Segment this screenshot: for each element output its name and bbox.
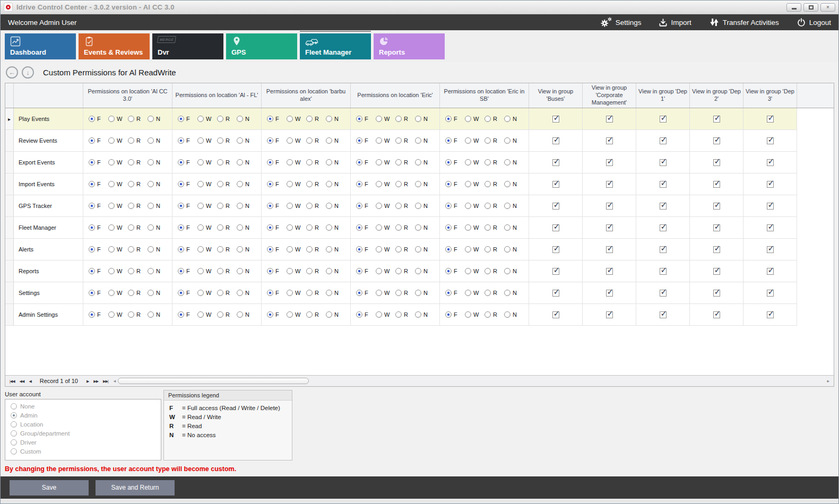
radio-f-icon[interactable] [178,116,184,122]
radio-f-icon[interactable] [89,137,95,144]
radio-option-r[interactable]: R [395,311,415,318]
radio-f-icon[interactable] [267,246,273,253]
radio-option-w[interactable]: W [287,181,306,187]
radio-option-f[interactable]: F [89,224,108,231]
group-checkbox[interactable]: ✓ [606,159,613,166]
radio-option-f[interactable]: F [89,268,108,274]
radio-option-r[interactable]: R [485,246,504,253]
group-checkbox[interactable]: ✓ [660,268,667,275]
group-checkbox[interactable]: ✓ [552,224,559,231]
radio-option-f[interactable]: F [356,246,376,253]
radio-option-r[interactable]: R [395,137,415,144]
radio-option-w[interactable]: W [108,203,128,209]
radio-option-w[interactable]: W [197,290,217,296]
radio-option-f[interactable]: F [445,311,465,318]
radio-option-n[interactable]: N [504,116,524,122]
group-checkbox[interactable]: ✓ [660,181,667,188]
radio-option-n[interactable]: N [237,268,256,274]
radio-w-icon[interactable] [197,311,204,318]
radio-n-icon[interactable] [415,137,421,144]
radio-r-icon[interactable] [217,137,223,144]
group-checkbox[interactable]: ✓ [552,246,559,253]
radio-option-n[interactable]: N [415,116,435,122]
minimize-button[interactable] [786,3,801,12]
radio-option-r[interactable]: R [485,116,504,122]
radio-n-icon[interactable] [504,116,511,122]
radio-w-icon[interactable] [197,246,204,253]
radio-option-w[interactable]: W [465,268,485,274]
radio-n-icon[interactable] [415,181,421,187]
radio-option-f[interactable]: F [356,290,376,296]
radio-option-n[interactable]: N [148,159,167,166]
tab-dashboard[interactable]: Dashboard [5,33,76,59]
group-checkbox[interactable]: ✓ [713,116,720,123]
radio-option-w[interactable]: W [465,224,485,231]
radio-f-icon[interactable] [356,159,362,166]
radio-w-icon[interactable] [108,159,115,166]
radio-option-n[interactable]: N [415,203,435,209]
group-checkbox[interactable]: ✓ [552,290,559,297]
group-checkbox[interactable]: ✓ [606,203,613,210]
radio-option-f[interactable]: F [356,203,376,209]
group-checkbox[interactable]: ✓ [713,224,720,231]
radio-option-r[interactable]: R [485,137,504,144]
radio-option-n[interactable]: N [237,224,256,231]
radio-n-icon[interactable] [504,203,511,209]
radio-w-icon[interactable] [465,116,471,122]
radio-option-r[interactable]: R [217,268,237,274]
radio-option-w[interactable]: W [376,268,395,274]
group-checkbox[interactable]: ✓ [660,116,667,123]
radio-w-icon[interactable] [287,268,293,274]
radio-option-w[interactable]: W [376,181,395,187]
radio-r-icon[interactable] [217,311,223,318]
radio-n-icon[interactable] [148,116,154,122]
radio-option-n[interactable]: N [148,181,167,187]
radio-option-f[interactable]: F [89,203,108,209]
radio-f-icon[interactable] [445,116,452,122]
radio-option-w[interactable]: W [376,159,395,166]
radio-w-icon[interactable] [287,311,293,318]
radio-option-r[interactable]: R [128,246,148,253]
radio-r-icon[interactable] [128,137,134,144]
radio-w-icon[interactable] [376,203,382,209]
radio-n-icon[interactable] [237,290,243,296]
radio-option-r[interactable]: R [128,311,148,318]
radio-option-n[interactable]: N [326,268,345,274]
group-checkbox[interactable]: ✓ [713,246,720,253]
radio-option-w[interactable]: W [108,290,128,296]
radio-w-icon[interactable] [376,290,382,296]
group-checkbox[interactable]: ✓ [767,137,774,144]
radio-r-icon[interactable] [395,159,402,166]
radio-option-f[interactable]: F [267,159,287,166]
radio-option-f[interactable]: F [178,311,197,318]
radio-option-w[interactable]: W [197,116,217,122]
radio-n-icon[interactable] [148,181,154,187]
radio-n-icon[interactable] [326,246,332,253]
scroll-left-icon[interactable]: ◂ [114,379,116,384]
radio-option-n[interactable]: N [148,246,167,253]
radio-n-icon[interactable] [148,137,154,144]
radio-n-icon[interactable] [504,224,511,231]
radio-option-r[interactable]: R [485,268,504,274]
radio-w-icon[interactable] [287,246,293,253]
radio-option-r[interactable]: R [306,268,326,274]
radio-r-icon[interactable] [217,203,223,209]
radio-f-icon[interactable] [267,268,273,274]
radio-option-f[interactable]: F [356,268,376,274]
radio-n-icon[interactable] [326,290,332,296]
radio-option-w[interactable]: W [376,116,395,122]
radio-option-r[interactable]: R [217,290,237,296]
radio-n-icon[interactable] [326,181,332,187]
radio-option-w[interactable]: W [108,224,128,231]
radio-option-n[interactable]: N [148,268,167,274]
radio-w-icon[interactable] [376,224,382,231]
group-checkbox[interactable]: ✓ [660,246,667,253]
group-checkbox[interactable]: ✓ [767,203,774,210]
radio-option-r[interactable]: R [217,137,237,144]
settings-menu-item[interactable]: Settings [600,17,642,28]
radio-option-n[interactable]: N [326,137,345,144]
radio-f-icon[interactable] [356,246,362,253]
radio-n-icon[interactable] [326,203,332,209]
column-header-location[interactable]: Permissions on location 'Eric in SB' [440,83,529,108]
radio-r-icon[interactable] [217,290,223,296]
